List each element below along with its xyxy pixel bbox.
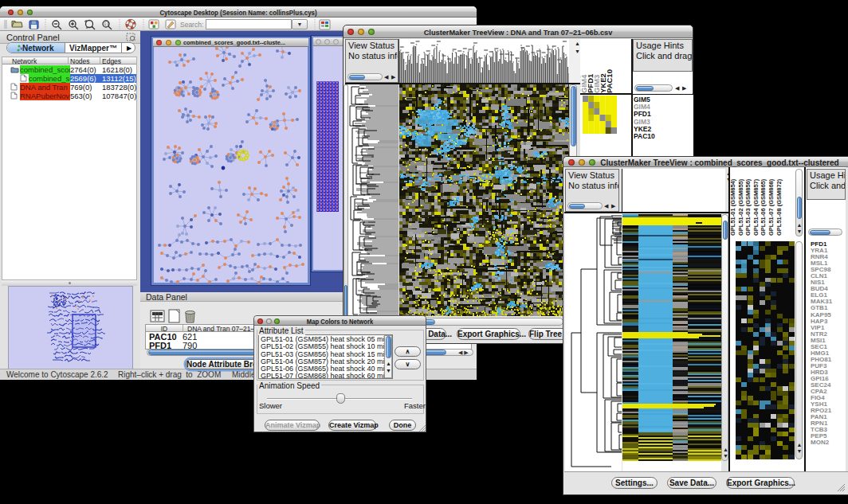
svg-text:1:1: 1:1 xyxy=(104,22,110,26)
